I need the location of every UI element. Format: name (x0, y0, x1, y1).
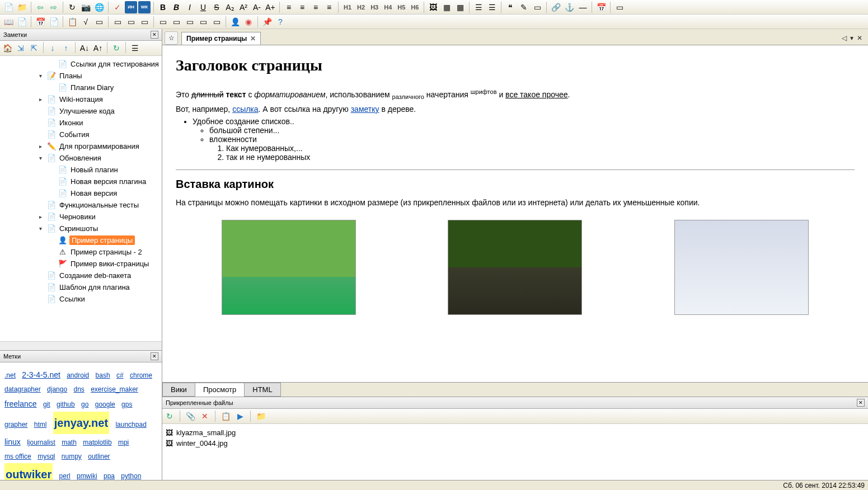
tag[interactable]: c# (116, 369, 124, 382)
tag[interactable]: ljournalist (27, 436, 55, 449)
link-1[interactable]: ссылка (232, 105, 258, 114)
tag[interactable]: django (47, 383, 67, 396)
copy-icon[interactable]: 📋 (66, 16, 78, 28)
tag[interactable]: ms office (4, 450, 31, 463)
tag[interactable]: freelance (4, 396, 37, 412)
spellcheck-icon[interactable]: ✓ (111, 1, 124, 13)
tag[interactable]: launchpad (115, 418, 146, 431)
italic-button[interactable]: I (184, 1, 196, 13)
attach-panel-close-icon[interactable]: ✕ (857, 399, 865, 407)
tag[interactable]: github (57, 398, 75, 411)
expand-icon[interactable]: ⇱ (28, 42, 40, 54)
align-left-icon[interactable]: ≡ (283, 1, 295, 13)
highlight-icon[interactable]: ✎ (518, 1, 530, 13)
h6-button[interactable]: H6 (409, 4, 421, 11)
tag[interactable]: jenyay.net (53, 412, 109, 434)
tree-expander-icon[interactable]: ▾ (39, 155, 47, 161)
attach-delete-icon[interactable]: ✕ (199, 410, 211, 422)
tag[interactable]: pmwiki (77, 469, 97, 480)
bold-button[interactable]: B (157, 1, 169, 13)
tree-item[interactable]: 📄Функциональные тесты (0, 199, 162, 211)
strike-button[interactable]: S (210, 1, 223, 13)
tree-item[interactable]: 📄Плагин Diary (0, 82, 162, 93)
list-ol-icon[interactable]: ☰ (486, 1, 498, 13)
camera-icon[interactable]: 📷 (79, 1, 92, 13)
tree-item[interactable]: 📄Ссылки (0, 293, 162, 305)
user-icon[interactable]: 👤 (229, 16, 241, 28)
ext8-icon[interactable]: ▭ (210, 16, 223, 28)
tree-expander-icon[interactable]: ▾ (39, 73, 47, 79)
tag[interactable]: chrome (130, 369, 152, 382)
tab-close-all-icon[interactable]: ✕ (857, 34, 862, 42)
ext5-icon[interactable]: ▭ (170, 16, 182, 28)
tag[interactable]: math (62, 436, 77, 449)
bold-italic-button[interactable]: B (170, 1, 182, 13)
misc-icon[interactable]: ▭ (613, 1, 626, 13)
html-icon[interactable]: ИН (125, 1, 137, 13)
table-icon[interactable]: ▦ (440, 1, 453, 13)
tree-properties-icon[interactable]: ☰ (129, 42, 141, 54)
tree-refresh-icon[interactable]: ↻ (110, 42, 123, 54)
date-icon[interactable]: 📅 (595, 1, 607, 13)
tags-panel-close-icon[interactable]: ✕ (151, 352, 158, 360)
link-icon[interactable]: 🔗 (550, 1, 562, 13)
subscript-button[interactable]: A₂ (224, 1, 236, 13)
tag[interactable]: outliner (88, 450, 110, 463)
tree-item[interactable]: 📄Создание deb-пакета (0, 270, 162, 281)
calendar-icon[interactable]: 📅 (34, 16, 46, 28)
tree-item[interactable]: 📄Новый плагин (0, 164, 162, 176)
tree-item[interactable]: ▸✏️Для программирования (0, 140, 162, 152)
tag[interactable]: .net (4, 369, 16, 382)
tag[interactable]: grapher (4, 418, 27, 431)
tag[interactable]: dns (73, 383, 84, 396)
tag[interactable]: mysql (37, 450, 55, 463)
move-down-icon[interactable]: ↓ (46, 42, 59, 54)
tree-item[interactable]: 📄Ссылки для тестирования (0, 58, 162, 70)
notes-panel-close-icon[interactable]: ✕ (151, 31, 158, 39)
bookmark-star-icon[interactable]: ☆ (165, 31, 178, 45)
align-right-icon[interactable]: ≡ (309, 1, 322, 13)
image-icon[interactable]: 🖼 (427, 1, 439, 13)
tag[interactable]: git (43, 398, 50, 411)
ext2-icon[interactable]: ▭ (125, 16, 137, 28)
wiki-icon[interactable]: WК (138, 1, 151, 13)
tag[interactable]: numpy (62, 450, 82, 463)
h4-button[interactable]: H4 (382, 4, 394, 11)
ext7-icon[interactable]: ▭ (197, 16, 209, 28)
tag[interactable]: ppa (104, 469, 115, 480)
h1-button[interactable]: H1 (341, 4, 354, 11)
new-icon[interactable]: 📄 (2, 1, 15, 13)
underline-button[interactable]: U (197, 1, 209, 13)
forward-icon[interactable]: ⇨ (48, 1, 60, 13)
font-plus-button[interactable]: A+ (264, 1, 276, 13)
tag[interactable]: 2-3-4-5.net (22, 367, 60, 383)
quote-icon[interactable]: ❝ (504, 1, 517, 13)
notes-tree[interactable]: 📄Ссылки для тестирования▾📝Планы📄Плагин D… (0, 56, 162, 341)
tree-item[interactable]: 📄Новая версия (0, 187, 162, 199)
tag[interactable]: linux (4, 434, 21, 450)
pin-icon[interactable]: 📌 (261, 16, 273, 28)
align-justify-icon[interactable]: ≡ (323, 1, 335, 13)
code-icon[interactable]: ▭ (93, 16, 105, 28)
pre-icon[interactable]: ▭ (531, 1, 543, 13)
h2-button[interactable]: H2 (355, 4, 367, 11)
tag[interactable]: gps (121, 398, 132, 411)
tree-item[interactable]: ▾📄Скриншоты (0, 223, 162, 234)
sqrt-icon[interactable]: √ (79, 16, 92, 28)
back-icon[interactable]: ⇦ (34, 1, 46, 13)
help-icon[interactable]: ? (274, 16, 287, 28)
attach-run-icon[interactable]: ▶ (234, 410, 246, 422)
tag[interactable]: exercise_maker (91, 383, 138, 396)
home-icon[interactable]: 🏠 (1, 42, 13, 54)
tag[interactable]: perl (59, 469, 71, 480)
font-minus-button[interactable]: A- (251, 1, 263, 13)
h5-button[interactable]: H5 (395, 4, 407, 11)
target-icon[interactable]: ◉ (242, 16, 255, 28)
attach-refresh-icon[interactable]: ↻ (163, 410, 176, 422)
move-up-icon[interactable]: ↑ (60, 42, 72, 54)
hr-icon[interactable]: — (576, 1, 589, 13)
attach-clip-icon[interactable]: 📎 (184, 410, 196, 422)
page2-icon[interactable]: 📄 (16, 16, 28, 28)
globe-icon[interactable]: 🌐 (93, 1, 105, 13)
collapse-icon[interactable]: ⇲ (15, 42, 27, 54)
